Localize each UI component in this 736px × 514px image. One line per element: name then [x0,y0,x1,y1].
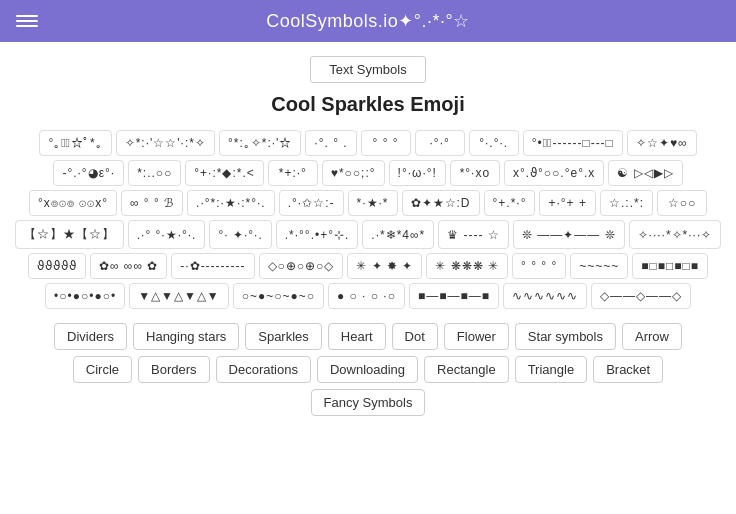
tag-button[interactable]: Hanging stars [133,323,239,350]
symbol-box[interactable]: ■—■—■—■ [409,283,499,309]
symbol-box[interactable]: ϑϑϑϑϑ [28,253,86,279]
symbol-box[interactable]: 【☆】★【☆】 [15,220,124,249]
symbol-box[interactable]: °•✲ﾟ------□---□ [523,130,623,156]
symbol-box[interactable]: ✳ ❋❋❋ ✳ [426,253,508,279]
tag-button[interactable]: Triangle [515,356,587,383]
symbol-box[interactable]: ♥*○○;:° [322,160,385,186]
symbol-box[interactable]: ·°·° [415,130,465,156]
symbol-box[interactable]: •○•●○•●○• [45,283,125,309]
symbol-box[interactable]: °｡✲ﾟ☆ﾟ*｡ [39,130,111,156]
symbol-box[interactable]: ✧*:·'☆☆'·:*✧ [116,130,215,156]
symbol-box[interactable]: ● ○ · ○ ·○ [328,283,405,309]
symbol-box[interactable]: ✿∞ ∞∞ ✿ [90,253,167,279]
symbol-box[interactable]: °+·:*◆:*.< [185,160,264,186]
symbol-box[interactable]: -°.·°◕ε°· [53,160,124,186]
tag-button[interactable]: Flower [444,323,509,350]
symbol-box[interactable]: .·° °·★·°·. [128,220,206,249]
symbol-box[interactable]: °x⌾⊙⌾ ⊙⊙x° [29,190,117,216]
symbol-box[interactable]: *:..○○ [128,160,181,186]
symbol-box[interactable]: .·°*:·★·:*°·. [187,190,275,216]
tag-button[interactable]: Downloading [317,356,418,383]
symbol-box[interactable]: *°·xo [450,160,500,186]
symbol-box[interactable]: !°·ω·°! [389,160,446,186]
tag-button[interactable]: Heart [328,323,386,350]
tag-button[interactable]: Dot [392,323,438,350]
tag-button[interactable]: Borders [138,356,210,383]
symbol-box[interactable]: ✧☆✦♥∞ [627,130,697,156]
symbol-box[interactable]: ☯ ▷◁▶▷ [608,160,682,186]
symbol-box[interactable]: ◇○⊕○⊕○◇ [259,253,344,279]
symbol-box[interactable]: °· ✦·°·. [209,220,271,249]
symbol-box[interactable]: +·°+ + [539,190,596,216]
symbol-box[interactable]: ✳ ✦ ✸ ✦ [347,253,422,279]
tag-button[interactable]: Bracket [593,356,663,383]
symbol-box[interactable]: °·.°·. [469,130,519,156]
symbol-box[interactable]: .°·✩☆:- [279,190,344,216]
symbols-grid: °｡✲ﾟ☆ﾟ*｡✧*:·'☆☆'·:*✧°*:｡✧*:·'☆·°. ° .° °… [0,130,736,309]
tag-button[interactable]: Decorations [216,356,311,383]
text-symbols-button[interactable]: Text Symbols [310,56,425,83]
symbol-box[interactable]: ·°. ° . [305,130,356,156]
menu-icon[interactable] [16,15,38,27]
symbol-box[interactable]: °*:｡✧*:·'☆ [219,130,301,156]
symbol-box[interactable]: ▼△▼△▼△▼ [129,283,229,309]
tag-button[interactable]: Fancy Symbols [311,389,426,416]
symbol-box[interactable]: ~~~~~ [570,253,628,279]
tag-button[interactable]: Arrow [622,323,682,350]
symbol-box[interactable]: ✿✦★☆:D [402,190,480,216]
symbol-box[interactable]: ∿∿∿∿∿∿ [503,283,587,309]
symbol-box[interactable]: .·*❄*4∞* [362,220,434,249]
symbol-box[interactable]: .*·°°.•+°⊹. [276,220,359,249]
symbol-box[interactable]: x°.ϑ°○○.°e°.x [504,160,604,186]
symbol-box[interactable]: ☆.:.*: [600,190,653,216]
symbol-box[interactable]: ∞ ° ° ℬ [121,190,183,216]
symbol-box[interactable]: -·✿--------- [171,253,254,279]
symbol-box[interactable]: ◇——◇——◇ [591,283,691,309]
tag-button[interactable]: Circle [73,356,132,383]
header: CoolSymbols.io✦°.·*·°☆ [0,0,736,42]
header-title: CoolSymbols.io✦°.·*·°☆ [266,10,469,32]
tag-button[interactable]: Sparkles [245,323,322,350]
symbol-box[interactable]: ❊ ——✦—— ❊ [513,220,625,249]
symbol-box[interactable]: °+.*·° [484,190,536,216]
page-title: Cool Sparkles Emoji [0,93,736,116]
tag-button[interactable]: Dividers [54,323,127,350]
symbol-box[interactable]: ° ° ° ° [512,253,566,279]
symbol-box[interactable]: *·★·* [348,190,398,216]
symbol-box[interactable]: *+:·° [268,160,318,186]
symbol-box[interactable]: ☆○○ [657,190,707,216]
symbol-box[interactable]: ○~●~○~●~○ [233,283,324,309]
symbol-box[interactable]: ° ° ° [361,130,411,156]
symbol-box[interactable]: ♛ ---- ☆ [438,220,509,249]
symbol-box[interactable]: ■□■□■□■ [632,253,708,279]
tag-button[interactable]: Rectangle [424,356,509,383]
symbol-box[interactable]: ✧····*✧*···✧ [629,220,722,249]
tag-button[interactable]: Star symbols [515,323,616,350]
tags-section: DividersHanging starsSparklesHeartDotFlo… [0,309,736,426]
